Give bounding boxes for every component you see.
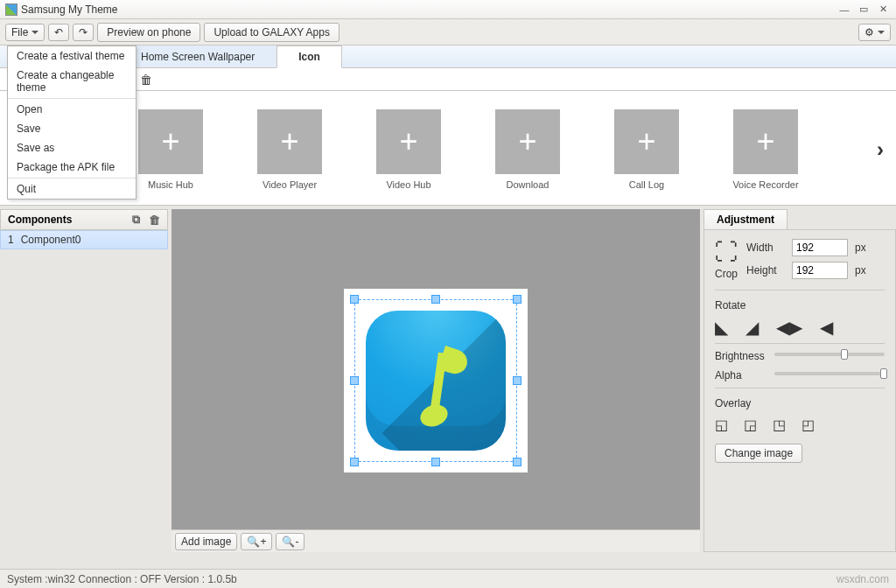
resize-handle[interactable] xyxy=(513,458,522,466)
tab-icon[interactable]: Icon xyxy=(276,46,342,68)
menu-create-changeable[interactable]: Create a changeable theme xyxy=(8,66,136,97)
copy-icon[interactable]: ⧉ xyxy=(132,213,140,227)
resize-handle[interactable] xyxy=(513,376,522,385)
height-input[interactable] xyxy=(792,262,848,279)
zoom-out-button[interactable]: 🔍- xyxy=(276,533,304,550)
redo-button[interactable]: ↷ xyxy=(73,24,94,41)
zoom-in-button[interactable]: 🔍+ xyxy=(241,533,272,550)
caret-down-icon xyxy=(32,31,38,34)
menu-separator xyxy=(8,178,136,178)
delete-icon[interactable]: 🗑 xyxy=(149,214,160,227)
caret-down-icon xyxy=(878,31,885,34)
delete-icon[interactable]: 🗑 xyxy=(140,73,152,87)
brightness-label: Brightness xyxy=(715,350,771,362)
component-row[interactable]: 1 Component0 xyxy=(0,230,168,249)
bring-forward-icon[interactable]: ◲ xyxy=(744,416,757,433)
resize-handle[interactable] xyxy=(431,295,440,304)
resize-handle[interactable] xyxy=(431,458,440,466)
plus-icon[interactable]: + xyxy=(257,109,322,174)
menu-save-as[interactable]: Save as xyxy=(8,138,136,158)
overlay-label: Overlay xyxy=(715,397,885,410)
adjustment-panel: Adjustment ⛶ Crop Width px Height xyxy=(700,209,896,552)
plus-icon[interactable]: + xyxy=(733,109,798,174)
icon-label: Video Player xyxy=(262,179,317,190)
preview-button[interactable]: Preview on phone xyxy=(97,23,200,42)
undo-button[interactable]: ↶ xyxy=(48,24,69,41)
flip-horizontal-icon[interactable]: ◀▶ xyxy=(776,317,802,338)
resize-handle[interactable] xyxy=(350,295,359,304)
watermark: wsxdn.com xyxy=(836,573,889,585)
crop-icon[interactable]: ⛶ xyxy=(715,239,738,266)
menu-create-festival[interactable]: Create a festival theme xyxy=(8,46,136,66)
rotate-right-icon[interactable]: ◢ xyxy=(746,317,759,338)
minimize-button[interactable]: — xyxy=(836,4,852,16)
canvas-toolbar: Add image 🔍+ 🔍- xyxy=(172,529,700,552)
status-bar: System :win32 Connection : OFF Version :… xyxy=(0,569,896,588)
resize-handle[interactable] xyxy=(350,458,359,466)
canvas-paper xyxy=(344,289,528,472)
alpha-label: Alpha xyxy=(715,369,771,382)
width-label: Width xyxy=(746,242,785,254)
width-input[interactable] xyxy=(792,239,848,256)
icon-label: Music Hub xyxy=(148,179,193,190)
crop-label: Crop xyxy=(715,268,738,280)
menu-save[interactable]: Save xyxy=(8,119,136,138)
brightness-slider[interactable] xyxy=(774,353,885,356)
canvas[interactable]: Add image 🔍+ 🔍- xyxy=(172,209,700,552)
change-image-button[interactable]: Change image xyxy=(715,444,802,463)
upload-button[interactable]: Upload to GALAXY Apps xyxy=(204,23,340,42)
file-menu-button[interactable]: File xyxy=(5,24,45,41)
components-title: Components xyxy=(8,214,72,226)
icon-cell[interactable]: + Download xyxy=(488,109,567,190)
resize-handle[interactable] xyxy=(513,295,522,304)
rotate-left-icon[interactable]: ◣ xyxy=(715,317,728,338)
send-back-icon[interactable]: ◰ xyxy=(802,416,815,433)
selection-outline xyxy=(354,299,517,462)
plus-icon[interactable]: + xyxy=(138,109,203,174)
plus-icon[interactable]: + xyxy=(376,109,441,174)
unit-px: px xyxy=(855,242,866,254)
menu-open[interactable]: Open xyxy=(8,100,136,119)
icon-cell[interactable]: + Call Log xyxy=(607,109,686,190)
plus-icon[interactable]: + xyxy=(495,109,560,174)
maximize-button[interactable]: ▭ xyxy=(856,4,872,16)
workspace: Components ⧉ 🗑 1 Component0 xyxy=(0,206,896,552)
send-backward-icon[interactable]: ◳ xyxy=(773,416,786,433)
icon-cell[interactable]: + Video Hub xyxy=(369,109,448,190)
plus-icon[interactable]: + xyxy=(614,109,679,174)
component-name: Component0 xyxy=(21,234,81,246)
icon-label: Voice Recorder xyxy=(732,179,798,190)
scroll-right-button[interactable]: › xyxy=(877,137,884,162)
settings-button[interactable]: ⚙ xyxy=(858,24,891,41)
titlebar: Samsung My Theme — ▭ ✕ xyxy=(0,0,896,19)
bring-front-icon[interactable]: ◱ xyxy=(715,416,728,433)
rotate-label: Rotate xyxy=(715,299,885,312)
file-dropdown-menu: Create a festival theme Create a changea… xyxy=(7,46,136,200)
menu-quit[interactable]: Quit xyxy=(8,179,136,199)
toolbar: File ↶ ↷ Preview on phone Upload to GALA… xyxy=(0,19,896,46)
close-button[interactable]: ✕ xyxy=(875,4,891,16)
icon-label: Video Hub xyxy=(386,179,430,190)
app-icon xyxy=(5,4,18,16)
flip-vertical-icon[interactable]: ◀ xyxy=(820,317,833,338)
file-label: File xyxy=(11,26,28,38)
icon-cell[interactable]: + Music Hub xyxy=(131,109,210,190)
adjustment-tab[interactable]: Adjustment xyxy=(704,209,788,229)
resize-handle[interactable] xyxy=(350,376,359,385)
add-image-button[interactable]: Add image xyxy=(175,533,237,550)
window-title: Samsung My Theme xyxy=(21,4,118,16)
menu-package[interactable]: Package the APK file xyxy=(8,158,136,177)
alpha-slider[interactable] xyxy=(774,372,885,375)
icon-cell[interactable]: + Video Player xyxy=(250,109,329,190)
unit-px: px xyxy=(855,264,866,276)
component-index: 1 xyxy=(8,234,14,246)
components-panel: Components ⧉ 🗑 1 Component0 xyxy=(0,209,172,552)
height-label: Height xyxy=(746,264,785,276)
icon-label: Call Log xyxy=(629,179,664,190)
components-header: Components ⧉ 🗑 xyxy=(0,209,168,230)
icon-label: Download xyxy=(507,179,550,190)
status-text: System :win32 Connection : OFF Version :… xyxy=(7,573,237,585)
icon-cell[interactable]: + Voice Recorder xyxy=(726,109,805,190)
adjustment-body: ⛶ Crop Width px Height px xyxy=(704,229,896,552)
menu-separator xyxy=(8,98,136,99)
